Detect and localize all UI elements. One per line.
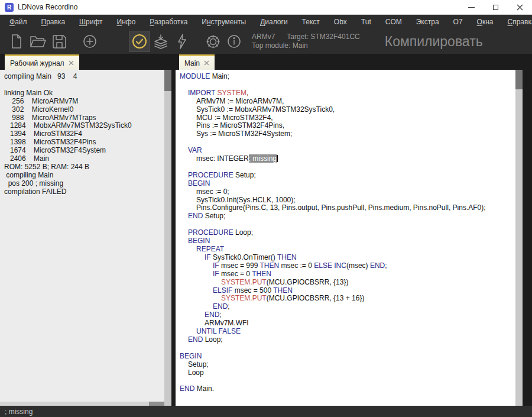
menu-item-tools[interactable]: Инструменты xyxy=(194,15,253,29)
scrollbar-thumb[interactable] xyxy=(149,402,164,406)
code-line: IF msec = 999 THEN msec := 0 ELSE INC(ms… xyxy=(180,262,512,270)
tab-work-log[interactable]: Рабочий журнал xyxy=(5,54,79,70)
log-pane: Рабочий журнал compiling Main 93 4linkin… xyxy=(0,54,171,406)
code-line: MODULE Main; xyxy=(180,73,512,81)
settings-button[interactable] xyxy=(202,31,223,52)
menu-item-file[interactable]: Файл xyxy=(2,15,34,29)
menu-item-obx[interactable]: Obx xyxy=(327,15,354,29)
new-file-button[interactable] xyxy=(6,31,27,52)
tab-label: Рабочий журнал xyxy=(10,59,64,67)
tab-close-button[interactable] xyxy=(204,60,209,66)
code-token: SysTick0.OnTimer() xyxy=(211,253,277,261)
code-token: Setup; xyxy=(233,171,256,179)
code-token: MODULE xyxy=(180,72,210,80)
code-token: msec = 500 xyxy=(232,286,273,295)
code-token: END xyxy=(213,302,228,311)
menu-item-text[interactable]: Текст xyxy=(295,15,327,29)
layers-link-icon xyxy=(153,33,169,50)
editor-vertical-scrollbar[interactable] xyxy=(515,70,523,406)
menu-item-windows[interactable]: Окна xyxy=(470,15,501,29)
maximize-button[interactable] xyxy=(484,0,508,14)
check-circle-icon xyxy=(131,33,148,50)
open-file-button[interactable] xyxy=(27,31,48,52)
tab-main-module[interactable]: Main xyxy=(179,54,215,70)
code-line: BEGIN xyxy=(180,180,512,188)
code-line: END Setup; xyxy=(180,212,512,221)
info-button[interactable] xyxy=(223,31,245,52)
code-token: IF xyxy=(205,253,211,261)
code-token: PROCEDURE xyxy=(188,228,233,237)
menu-item-o7[interactable]: O7 xyxy=(446,15,470,29)
new-file-icon xyxy=(9,34,24,49)
code-token: REPEAT xyxy=(196,245,224,253)
log-line: 1394 MicroSTM32F4 xyxy=(4,130,161,138)
scrollbar-thumb[interactable] xyxy=(515,70,523,89)
save-button[interactable] xyxy=(48,31,70,52)
selected-text: ; missing xyxy=(249,154,277,163)
code-token: Main; xyxy=(210,72,229,80)
code-line: Loop xyxy=(180,369,512,377)
menu-item-development[interactable]: Разработка xyxy=(142,15,194,29)
log-line: 256 MicroARMv7M xyxy=(4,98,161,106)
scrollbar-thumb[interactable] xyxy=(164,70,171,91)
log-line: pos 200 ; missing xyxy=(4,180,161,188)
editor-body[interactable]: MODULE Main;IMPORT SYSTEM,ARMv7M := Micr… xyxy=(176,70,523,406)
menu-item-info[interactable]: Инфо xyxy=(110,15,143,29)
code-token: msec := 0 xyxy=(279,261,314,270)
code-token: msec: INTEGER xyxy=(196,154,249,163)
code-token: Pins := MicroSTM32F4Pins, xyxy=(196,121,284,130)
settings-gear-icon xyxy=(205,34,221,50)
code-token: THEN xyxy=(273,286,293,295)
menu-item-help[interactable]: Справка xyxy=(501,15,532,29)
code-token: ARMv7M := MicroARMv7M, xyxy=(196,97,284,105)
menu-item-edit[interactable]: Правка xyxy=(34,15,73,29)
flash-button[interactable] xyxy=(171,31,193,52)
code-line: END; xyxy=(180,303,512,311)
log-line: 988 MicroARMv7MTraps xyxy=(4,114,161,122)
info-circle-icon xyxy=(226,34,242,49)
maximize-icon xyxy=(493,5,498,10)
close-icon xyxy=(69,60,74,66)
menu-item-extra[interactable]: Экстра xyxy=(409,15,446,29)
log-tab-row: Рабочий журнал xyxy=(0,54,171,70)
close-button[interactable] xyxy=(508,0,532,14)
code-token: , xyxy=(246,89,248,97)
code-line: msec: INTEGER; missing xyxy=(180,155,512,163)
code-line: END Main. xyxy=(180,385,512,393)
log-vertical-scrollbar[interactable] xyxy=(164,70,171,406)
code-token: SYSTEM.PUT xyxy=(221,278,267,286)
flash-icon xyxy=(175,33,189,50)
code-token: Setup; xyxy=(203,212,225,220)
code-line xyxy=(180,377,512,385)
menu-item-tut[interactable]: Tut xyxy=(354,15,378,29)
code-line: Setup; xyxy=(180,361,512,369)
code-line: MCU := MicroSTM32F4, xyxy=(180,114,512,122)
code-token: Sys := MicroSTM32F4System; xyxy=(196,130,292,138)
log-line: compiling Main 93 4 xyxy=(4,73,161,81)
minimize-button[interactable] xyxy=(459,0,484,14)
log-horizontal-scrollbar[interactable] xyxy=(0,402,164,406)
code-area[interactable]: MODULE Main;IMPORT SYSTEM,ARMv7M := Micr… xyxy=(176,70,523,393)
log-line: 2406 Main xyxy=(4,155,161,163)
compile-check-button[interactable] xyxy=(129,31,150,52)
code-token: Loop; xyxy=(203,335,222,344)
code-token: END xyxy=(188,335,203,344)
log-line xyxy=(4,81,161,89)
add-button[interactable] xyxy=(79,31,100,52)
menu-item-com[interactable]: COM xyxy=(378,15,409,29)
app-logo-icon: R xyxy=(5,3,14,12)
code-line: ARMv7M := MicroARMv7M, xyxy=(180,98,512,106)
tab-close-button[interactable] xyxy=(69,60,74,66)
compile-menu[interactable]: Компилировать xyxy=(385,34,483,50)
code-token: ELSIF xyxy=(213,286,232,295)
code-token: ; xyxy=(228,302,229,311)
menu-item-font[interactable]: Шрифт xyxy=(72,15,109,29)
code-token: END xyxy=(205,311,219,319)
pane-divider[interactable] xyxy=(171,54,176,406)
menu-item-dialogs[interactable]: Диалоги xyxy=(253,15,294,29)
code-line: UNTIL FALSE xyxy=(180,328,512,336)
link-button[interactable] xyxy=(150,31,171,52)
code-line: IF msec = 0 THEN xyxy=(180,270,512,279)
code-token: ARMv7M.WFI xyxy=(205,319,249,327)
code-token: BEGIN xyxy=(180,352,202,360)
